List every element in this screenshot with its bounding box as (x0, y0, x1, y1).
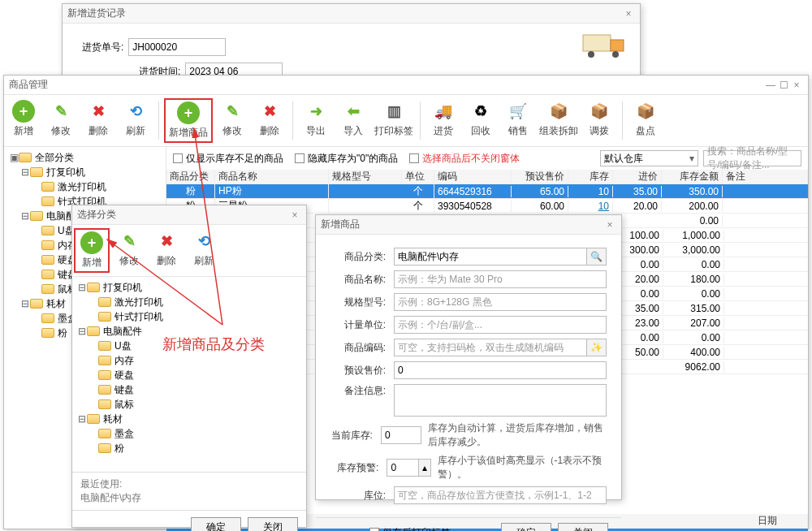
close-icon[interactable]: × (790, 80, 803, 91)
stockin-button[interactable]: 🚚进货 (425, 98, 461, 140)
check-button[interactable]: 📦盘点 (628, 98, 663, 140)
ok-button[interactable]: 确定 (191, 517, 241, 531)
cat-input[interactable]: 电脑配件\内存 (394, 248, 587, 266)
delete-product-button[interactable]: ✖删除 (252, 98, 287, 140)
proddlg-titlebar: 新增商品 × (316, 215, 621, 235)
close-icon[interactable]: × (603, 219, 616, 231)
close-icon[interactable]: × (288, 209, 301, 221)
edit-product-button[interactable]: ✎修改 (214, 98, 250, 140)
spec-input[interactable]: 示例：8G+128G 黑色 (394, 293, 607, 311)
tree-item[interactable]: 硬盘 (77, 368, 301, 382)
tree-item[interactable]: ⊟耗材 (77, 412, 301, 426)
name-label: 商品名称: (330, 273, 386, 287)
tree-item[interactable]: 粉 (77, 441, 301, 455)
add-product-button[interactable]: +新增商品 (164, 98, 213, 143)
tree-item[interactable]: 键盘 (77, 382, 301, 397)
delete-button[interactable]: ✖删除 (80, 98, 116, 140)
name-input[interactable]: 示例：华为 Mate 30 Pro (394, 270, 607, 288)
cat-del-button[interactable]: ✖删除 (149, 228, 184, 270)
hidezero-checkbox[interactable]: 隐藏库存为"0"的商品 (295, 152, 398, 166)
stockin-titlebar: 新增进货记录 × (63, 4, 640, 24)
unit-input[interactable]: 示例：个/台/副/盒... (394, 316, 607, 334)
price-input[interactable]: 0 (394, 361, 607, 379)
warn-input[interactable]: 0 (387, 459, 419, 477)
curstock-input[interactable]: 0 (381, 426, 421, 444)
curstock-label: 当前库存: (330, 429, 373, 442)
add-product-dialog: 新增商品 × 商品分类:电脑配件\内存🔍 商品名称:示例：华为 Mate 30 … (315, 214, 622, 500)
svg-rect-1 (611, 40, 624, 51)
tree-root[interactable]: ▣全部分类 (9, 150, 161, 165)
svg-point-3 (612, 51, 619, 58)
pos-input[interactable]: 可空，商品存放位置方便查找，示例1-1、1-2 (394, 486, 607, 504)
filter-bar: 仅显示库存不足的商品 隐藏库存为"0"的商品 选择商品后不关闭窗体 默认仓库▾ … (166, 147, 808, 170)
close-button[interactable]: 关闭 (248, 517, 298, 531)
mgmt-titlebar: 商品管理 — ☐ × (4, 76, 808, 95)
spec-label: 规格型号: (330, 296, 386, 309)
code-input[interactable]: 可空，支持扫码枪，双击生成随机编码 (394, 339, 587, 356)
search-input[interactable]: 搜索：商品名称/型号/编码/备注... (703, 150, 801, 166)
category-dialog: 选择分类 × +新增 ✎修改 ✖删除 ⟲刷新 ⊟打复印机 激光打印机 针式打印机… (71, 205, 307, 528)
tree-item[interactable]: ⊟打复印机 (77, 280, 301, 295)
maximize-icon[interactable]: ☐ (777, 80, 790, 91)
print-label-button[interactable]: ▥打印标签 (373, 98, 415, 140)
store-select[interactable]: 默认仓库▾ (600, 150, 698, 166)
warn-tip: 库存小于该值时高亮显示（-1表示不预警）。 (438, 454, 607, 481)
onlylow-checkbox[interactable]: 仅显示库存不足的商品 (173, 152, 283, 166)
remark-input[interactable] (394, 384, 607, 417)
cat-label: 商品分类: (330, 250, 386, 264)
truck-icon (580, 28, 628, 61)
ok-button[interactable]: 确定 (501, 523, 551, 531)
jhdh-label: 进货单号: (82, 41, 123, 54)
transfer-button[interactable]: 📦调拨 (581, 98, 617, 140)
stockin-title: 新增进货记录 (67, 6, 622, 20)
close-icon[interactable]: × (622, 8, 635, 19)
curstock-tip: 库存为自动计算，进货后库存增加，销售后库存减少。 (428, 421, 607, 449)
minimize-icon[interactable]: — (764, 80, 777, 91)
close-button[interactable]: 关闭 (558, 523, 608, 531)
mgmt-title: 商品管理 (9, 78, 764, 92)
svg-rect-0 (583, 35, 611, 51)
catdlg-titlebar: 选择分类 × (72, 205, 306, 225)
jhdh-input[interactable]: JH000020 (128, 38, 226, 56)
sale-button[interactable]: 🛒销售 (500, 98, 536, 140)
assemble-button[interactable]: 📦组装拆卸 (538, 98, 580, 140)
price-label: 预设售价: (330, 364, 386, 378)
import-button[interactable]: ⬅导入 (335, 98, 371, 140)
tree-item[interactable]: 激光打印机 (77, 295, 301, 309)
mgmt-toolbar: +新增 ✎修改 ✖删除 ⟲刷新 +新增商品 ✎修改 ✖删除 ➜导出 ⬅导入 ▥打… (4, 95, 808, 147)
tree-item[interactable]: 针式打印机 (77, 309, 301, 324)
cat-refresh-button[interactable]: ⟲刷新 (186, 228, 222, 270)
annotation-text: 新增商品及分类 (162, 335, 265, 354)
recent-label: 最近使用: (80, 477, 298, 491)
cat-add-button[interactable]: +新增 (74, 228, 110, 273)
tree-item[interactable]: 墨盒 (77, 426, 301, 441)
printafter-checkbox[interactable]: 保存后打印标签 (369, 526, 451, 532)
wand-icon[interactable]: ✨ (587, 339, 607, 356)
search-icon[interactable]: 🔍 (587, 248, 607, 266)
pos-label: 库位: (330, 489, 386, 503)
stepper-icon[interactable]: ▴ (419, 459, 430, 477)
catdlg-toolbar: +新增 ✎修改 ✖删除 ⟲刷新 (72, 225, 306, 277)
unit-label: 计量单位: (330, 318, 386, 332)
export-button[interactable]: ➜导出 (298, 98, 334, 140)
tree-item[interactable]: 鼠标 (77, 397, 301, 412)
remark-label: 备注信息: (330, 384, 386, 398)
cat-edit-button[interactable]: ✎修改 (111, 228, 147, 270)
table-row[interactable]: 粉 HP粉 个 6644529316 65.00 10 35.00 350.00 (166, 184, 808, 199)
keepopen-checkbox[interactable]: 选择商品后不关闭窗体 (409, 152, 520, 166)
catdlg-title: 选择分类 (77, 208, 288, 222)
proddlg-title: 新增商品 (321, 218, 603, 231)
refresh-button[interactable]: ⟲刷新 (118, 98, 153, 140)
warn-label: 库存预警: (330, 461, 378, 475)
code-label: 商品编码: (330, 341, 386, 355)
recent-value: 电脑配件\内存 (80, 491, 298, 505)
tree-item[interactable]: 内存 (77, 353, 301, 368)
table-header: 商品分类 商品名称 规格型号 单位 编码 预设售价 库存 进价 库存金额 备注 (166, 170, 808, 184)
stockin-window: 新增进货记录 × 进货单号: JH000020 进货时间: 2023 04 06 (62, 3, 641, 81)
recycle-button[interactable]: ♻回收 (463, 98, 499, 140)
tree-laser[interactable]: 激光打印机 (9, 179, 161, 194)
edit-button[interactable]: ✎修改 (43, 98, 79, 140)
add-button[interactable]: +新增 (6, 98, 41, 140)
tree-printer[interactable]: ⊟打复印机 (9, 165, 161, 179)
svg-point-2 (588, 51, 594, 58)
